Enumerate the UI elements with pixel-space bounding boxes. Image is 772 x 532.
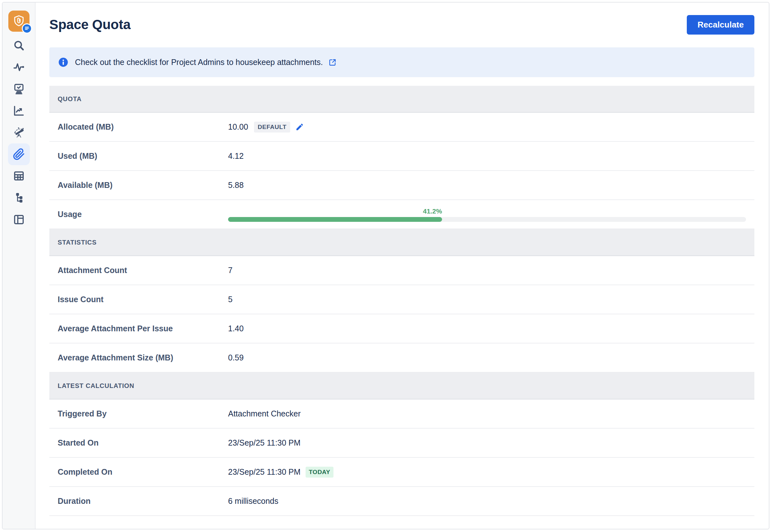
- usage-progress: 41.2%: [228, 200, 746, 229]
- row-available: Available (MB) 5.88: [49, 171, 754, 200]
- sidebar-item-chart[interactable]: [8, 100, 30, 122]
- available-value: 5.88: [228, 181, 244, 190]
- used-value: 4.12: [228, 151, 244, 161]
- sidebar: [3, 3, 36, 529]
- section-title: STATISTICS: [58, 239, 97, 246]
- search-icon: [13, 39, 25, 52]
- row-label: Issue Count: [58, 295, 228, 304]
- row-usage: Usage 41.2%: [49, 200, 754, 229]
- row-started-on: Started On 23/Sep/25 11:30 PM: [49, 429, 754, 458]
- sidebar-item-attachments[interactable]: [8, 143, 30, 165]
- row-allocated: Allocated (MB) 10.00 DEFAULT: [49, 113, 754, 142]
- row-label: Started On: [58, 438, 228, 447]
- started-on-value: 23/Sep/25 11:30 PM: [228, 438, 300, 447]
- page-title: Space Quota: [49, 17, 130, 32]
- avg-per-issue-value: 1.40: [228, 324, 244, 333]
- paperclip-icon: [13, 148, 25, 160]
- sidebar-item-telescope[interactable]: [8, 122, 30, 143]
- app-window: Space Quota Recalculate Check out the ch…: [2, 2, 769, 529]
- row-label: Allocated (MB): [58, 122, 228, 132]
- row-used: Used (MB) 4.12: [49, 142, 754, 171]
- row-label: Triggered By: [58, 409, 228, 418]
- row-label: Average Attachment Size (MB): [58, 353, 228, 362]
- sidebar-item-hierarchy[interactable]: [8, 187, 30, 209]
- chart-trend-icon: [13, 105, 25, 117]
- section-header-latest-calculation: LATEST CALCULATION: [49, 373, 754, 399]
- info-banner: Check out the checklist for Project Admi…: [49, 47, 754, 77]
- default-badge: DEFAULT: [254, 122, 290, 133]
- table-icon: [13, 170, 25, 182]
- progress-track: [228, 217, 746, 222]
- sidebar-item-layout[interactable]: [8, 209, 30, 230]
- sidebar-item-monitor-check[interactable]: [8, 78, 30, 100]
- edit-quota-button[interactable]: [295, 123, 304, 131]
- section-title: QUOTA: [58, 95, 82, 103]
- row-duration: Duration 6 milliseconds: [49, 487, 754, 516]
- section-title: LATEST CALCULATION: [58, 382, 134, 390]
- section-header-statistics: STATISTICS: [49, 229, 754, 256]
- sidebar-item-activity[interactable]: [8, 56, 30, 78]
- telescope-icon: [12, 126, 25, 139]
- usage-percent-label: 41.2%: [228, 207, 442, 215]
- avg-size-value: 0.59: [228, 353, 244, 362]
- row-attachment-count: Attachment Count 7: [49, 256, 754, 285]
- progress-fill: [228, 217, 442, 222]
- monitor-check-icon: [13, 83, 25, 95]
- row-completed-on: Completed On 23/Sep/25 11:30 PM TODAY: [49, 458, 754, 487]
- sidebar-item-search[interactable]: [8, 35, 30, 56]
- app-logo[interactable]: [8, 11, 29, 32]
- issue-count-value: 5: [228, 295, 232, 304]
- row-label: Average Attachment Per Issue: [58, 324, 228, 333]
- allocated-value: 10.00: [228, 122, 248, 132]
- row-issue-count: Issue Count 5: [49, 285, 754, 314]
- row-avg-per-issue: Average Attachment Per Issue 1.40: [49, 314, 754, 343]
- banner-message: Check out the checklist for Project Admi…: [75, 58, 323, 67]
- row-label: Duration: [58, 496, 228, 506]
- completed-on-value: 23/Sep/25 11:30 PM: [228, 467, 300, 477]
- activity-pulse-icon: [13, 61, 25, 73]
- row-label: Available (MB): [58, 181, 228, 190]
- section-header-quota: QUOTA: [49, 86, 754, 113]
- page-header: Space Quota Recalculate: [49, 15, 754, 35]
- row-label: Attachment Count: [58, 266, 228, 275]
- row-label: Used (MB): [58, 151, 228, 161]
- row-avg-size: Average Attachment Size (MB) 0.59: [49, 343, 754, 373]
- triggered-by-value: Attachment Checker: [228, 409, 301, 418]
- sidebar-item-table[interactable]: [8, 165, 30, 187]
- row-triggered-by: Triggered By Attachment Checker: [49, 399, 754, 429]
- layout-panel-icon: [13, 214, 25, 226]
- recalculate-button[interactable]: Recalculate: [687, 15, 754, 35]
- logo-notes-badge-icon: [22, 23, 32, 34]
- main-content: Space Quota Recalculate Check out the ch…: [36, 3, 769, 529]
- quota-table: QUOTA Allocated (MB) 10.00 DEFAULT Used …: [49, 86, 754, 516]
- duration-value: 6 milliseconds: [228, 496, 278, 506]
- today-badge: TODAY: [305, 467, 333, 478]
- row-label: Completed On: [58, 467, 228, 477]
- external-link-icon[interactable]: [328, 58, 337, 67]
- attachment-count-value: 7: [228, 266, 232, 275]
- row-label: Usage: [58, 210, 228, 219]
- info-icon: [58, 57, 68, 67]
- hierarchy-tree-icon: [13, 192, 25, 204]
